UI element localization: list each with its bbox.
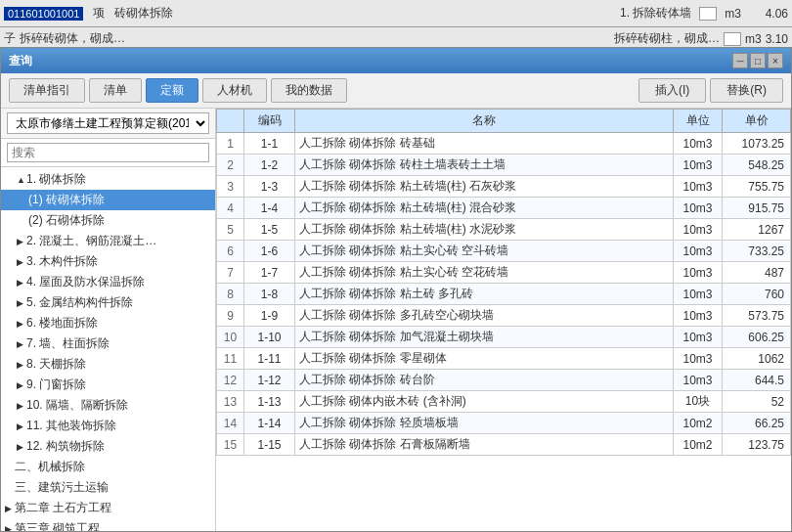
cell-price: 733.25 (723, 241, 791, 262)
tree-item[interactable]: ▶5. 金属结构构件拆除 (1, 292, 215, 313)
tree-item[interactable]: ▶10. 隔墙、隔断拆除 (1, 395, 215, 416)
cell-code: 1-9 (244, 305, 295, 327)
results-table: 编码 名称 单位 单价 1 1-1 人工拆除 砌体拆除 砖基础 10m3 107… (216, 109, 791, 456)
tree-item[interactable]: ▶第二章 土石方工程 (1, 498, 215, 518)
tree-item[interactable]: ▶2. 混凝土、钢筋混凝土… (1, 231, 215, 251)
table-row[interactable]: 14 1-14 人工拆除 砌体拆除 轻质墙板墙 10m2 66.25 (217, 413, 791, 434)
dialog-title-text: 查询 (9, 53, 32, 69)
cell-name: 人工拆除 砌体拆除 粘土砖墙(柱) 混合砂浆 (295, 198, 674, 219)
cell-code: 1-7 (244, 262, 295, 284)
tab-清单[interactable]: 清单 (89, 78, 142, 103)
cell-name: 人工拆除 砌体拆除 粘土实心砖 空花砖墙 (295, 262, 674, 284)
cell-price: 1267 (723, 219, 791, 241)
cell-unit: 10m3 (674, 133, 723, 155)
cell-price: 755.75 (723, 176, 791, 198)
tab-我的数据[interactable]: 我的数据 (271, 78, 347, 103)
tab-清单指引[interactable]: 清单指引 (9, 78, 85, 103)
dialog-titlebar: 查询 ─ □ × (1, 48, 791, 73)
item-label1: 项 (87, 5, 110, 22)
cell-code: 1-3 (244, 176, 295, 198)
tree-item[interactable]: ▶12. 构筑物拆除 (1, 436, 215, 457)
tree-item[interactable]: ▶6. 楼地面拆除 (1, 313, 215, 333)
cell-unit: 10m3 (674, 198, 723, 219)
right-panel: 编码 名称 单位 单价 1 1-1 人工拆除 砌体拆除 砖基础 10m3 107… (216, 109, 791, 531)
tree-item[interactable]: ▶第三章 砌筑工程 (1, 518, 215, 531)
tree-expand-icon: ▶ (17, 360, 26, 370)
table-row[interactable]: 13 1-13 人工拆除 砌体内嵌木砖 (含补洞) 10块 52 (217, 391, 791, 413)
search-box (1, 139, 215, 167)
table-row[interactable]: 6 1-6 人工拆除 砌体拆除 粘土实心砖 空斗砖墙 10m3 733.25 (217, 241, 791, 262)
table-row[interactable]: 1 1-1 人工拆除 砌体拆除 砖基础 10m3 1073.25 (217, 133, 791, 155)
cell-name: 人工拆除 砌体拆除 多孔砖空心砌块墙 (295, 305, 674, 327)
cell-price: 123.75 (723, 434, 791, 456)
cell-price: 606.25 (723, 327, 791, 348)
cell-num: 7 (217, 262, 244, 284)
search-input[interactable] (7, 143, 209, 162)
tree-expand-icon: ▶ (17, 401, 26, 411)
tree-item[interactable]: ▶7. 墙、柱面拆除 (1, 333, 215, 354)
table-row[interactable]: 11 1-11 人工拆除 砌体拆除 零星砌体 10m3 1062 (217, 348, 791, 370)
cell-price: 52 (723, 391, 791, 413)
dialog-toolbar: 清单指引 清单 定额 人材机 我的数据 插入(I) 替换(R) (1, 73, 791, 109)
table-row[interactable]: 15 1-15 人工拆除 砌体拆除 石膏板隔断墙 10m2 123.75 (217, 434, 791, 456)
cell-unit: 10m3 (674, 348, 723, 370)
item-unit: m3 (725, 7, 741, 21)
tree-item[interactable]: ▶11. 其他装饰拆除 (1, 416, 215, 436)
tree-item[interactable]: ▶3. 木构件拆除 (1, 251, 215, 272)
cell-code: 1-5 (244, 219, 295, 241)
tree-item[interactable]: 二、机械拆除 (1, 457, 215, 477)
tree-expand-icon: ▶ (5, 524, 15, 531)
tree-item[interactable]: (2) 石砌体拆除 (1, 210, 215, 231)
table-row[interactable]: 7 1-7 人工拆除 砌体拆除 粘土实心砖 空花砖墙 10m3 487 (217, 262, 791, 284)
tab-定额[interactable]: 定额 (146, 78, 198, 103)
insert-button[interactable]: 插入(I) (638, 78, 706, 103)
cell-code: 1-8 (244, 284, 295, 305)
tree-expand-icon: ▶ (17, 319, 26, 329)
cell-num: 11 (217, 348, 244, 370)
dialog-maximize-button[interactable]: □ (750, 53, 766, 68)
cell-code: 1-1 (244, 133, 295, 155)
tree-item[interactable]: ▶4. 屋面及防水保温拆除 (1, 272, 215, 292)
table-row[interactable]: 4 1-4 人工拆除 砌体拆除 粘土砖墙(柱) 混合砂浆 10m3 915.75 (217, 198, 791, 219)
table-row[interactable]: 2 1-2 人工拆除 砌体拆除 砖柱土墙表砖土土墙 10m3 548.25 (217, 155, 791, 176)
cell-num: 5 (217, 219, 244, 241)
query-dialog: 查询 ─ □ × 清单指引 清单 定额 人材机 我的数据 插入(I) 替换(R)… (0, 47, 792, 532)
cell-code: 1-4 (244, 198, 295, 219)
cell-num: 13 (217, 391, 244, 413)
checkbox[interactable] (699, 7, 717, 21)
table-row[interactable]: 5 1-5 人工拆除 砌体拆除 粘土砖墙(柱) 水泥砂浆 10m3 1267 (217, 219, 791, 241)
tree-item[interactable]: ▶8. 天棚拆除 (1, 354, 215, 375)
table-row[interactable]: 12 1-12 人工拆除 砌体拆除 砖台阶 10m3 644.5 (217, 370, 791, 391)
tree-item[interactable]: ▲1. 砌体拆除 (1, 169, 215, 190)
cell-unit: 10m3 (674, 370, 723, 391)
cell-code: 1-6 (244, 241, 295, 262)
dialog-close-button[interactable]: × (768, 53, 783, 68)
cell-price: 487 (723, 262, 791, 284)
table-row[interactable]: 8 1-8 人工拆除 砌体拆除 粘土砖 多孔砖 10m3 760 (217, 284, 791, 305)
table-row[interactable]: 10 1-10 人工拆除 砌体拆除 加气混凝土砌块墙 10m3 606.25 (217, 327, 791, 348)
table-container: 编码 名称 单位 单价 1 1-1 人工拆除 砌体拆除 砖基础 10m3 107… (216, 109, 791, 531)
cell-unit: 10m3 (674, 327, 723, 348)
tree-item[interactable]: 三、建筑污土运输 (1, 477, 215, 498)
checkbox2[interactable] (724, 32, 741, 46)
cell-name: 人工拆除 砌体拆除 轻质墙板墙 (295, 413, 674, 434)
cell-name: 人工拆除 砌体拆除 砖柱土墙表砖土土墙 (295, 155, 674, 176)
sub-num: 3.10 (766, 32, 788, 46)
tree-expand-icon: ▶ (17, 278, 26, 288)
cell-num: 8 (217, 284, 244, 305)
cell-price: 548.25 (723, 155, 791, 176)
tree-expand-icon: ▶ (17, 339, 26, 349)
cell-name: 人工拆除 砌体拆除 砖基础 (295, 133, 674, 155)
cell-name: 人工拆除 砌体拆除 砖台阶 (295, 370, 674, 391)
table-row[interactable]: 9 1-9 人工拆除 砌体拆除 多孔砖空心砌块墙 10m3 573.75 (217, 305, 791, 327)
sub-label1: 子 (4, 30, 16, 47)
table-row[interactable]: 3 1-3 人工拆除 砌体拆除 粘土砖墙(柱) 石灰砂浆 10m3 755.75 (217, 176, 791, 198)
tab-人材机[interactable]: 人材机 (202, 78, 267, 103)
tree-item[interactable]: ▶9. 门窗拆除 (1, 375, 215, 395)
quota-dropdown[interactable]: 太原市修缮土建工程预算定额(2018) (7, 112, 209, 134)
cell-num: 14 (217, 413, 244, 434)
tree-item[interactable]: (1) 砖砌体拆除 (1, 190, 215, 210)
dialog-minimize-button[interactable]: ─ (732, 53, 748, 68)
cell-num: 15 (217, 434, 244, 456)
replace-button[interactable]: 替换(R) (710, 78, 783, 103)
